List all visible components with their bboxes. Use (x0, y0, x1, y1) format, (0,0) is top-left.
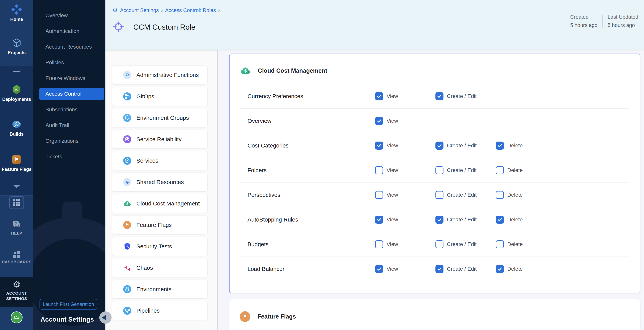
create-edit-checkbox[interactable] (436, 92, 444, 100)
resource-card-services[interactable]: Services (112, 151, 208, 170)
permission-checkbox-label: Create / Edit (447, 142, 477, 149)
permission-row-currency-preferences: Currency PreferencesViewCreate / Edit (240, 84, 629, 108)
sidebar-item-audit-trail[interactable]: Audit Trail (33, 117, 106, 133)
sidebar-item-overview[interactable]: Overview (33, 8, 106, 23)
permission-row-label: Overview (248, 118, 375, 124)
svg-text:?: ? (15, 222, 17, 226)
sidebar-collapse-handle[interactable] (99, 311, 112, 324)
last-updated-label: Last Updated (608, 14, 638, 20)
rail-item-dashboards[interactable]: DASHBOARDS (0, 251, 33, 264)
svg-text:$: $ (244, 68, 247, 73)
permission-row-overview: OverviewView (240, 108, 629, 133)
rail-item-projects[interactable]: Projects (0, 38, 33, 55)
delete-checkbox[interactable] (496, 191, 504, 199)
sidebar-item-policies[interactable]: Policies (33, 55, 106, 70)
rail-item-feature-flags[interactable]: ⚑ Feature Flags (0, 154, 33, 172)
view-checkbox[interactable] (375, 92, 383, 100)
permission-row-label: Folders (248, 167, 375, 174)
sidebar-item-organizations[interactable]: Organizations (33, 133, 106, 149)
permission-row-label: Cost Categories (248, 142, 375, 149)
view-checkbox[interactable] (375, 166, 383, 174)
permission-row-autostopping-rules: AutoStopping RulesViewCreate / EditDelet… (240, 207, 629, 232)
ccm-permissions-card: $ Cloud Cost Management Currency Prefere… (229, 54, 640, 293)
permission-cell: View (375, 92, 436, 100)
sidebar-item-tickets[interactable]: Tickets (33, 149, 106, 164)
resource-card-administrative-functions[interactable]: ⚙Administrative Functions (112, 66, 208, 84)
sidebar-item-account-resources[interactable]: Account Resources (33, 39, 106, 55)
sidebar-item-subscriptions[interactable]: Subscriptions (33, 102, 106, 117)
view-checkbox[interactable] (375, 216, 383, 224)
created-value: 5 hours ago (570, 22, 598, 28)
rail-item-help[interactable]: ? HELP (0, 220, 33, 236)
resource-card-chaos[interactable]: Chaos (112, 258, 208, 277)
rail-item-profile[interactable]: CJ (0, 311, 33, 323)
permission-cell: Delete (496, 166, 556, 174)
permission-checkbox-label: Create / Edit (447, 192, 477, 198)
dashboards-icon (13, 251, 20, 258)
breadcrumb-account-settings[interactable]: Account Settings (120, 8, 159, 13)
resource-card-feature-flags[interactable]: ⚑Feature Flags (112, 216, 208, 234)
resource-card-label: Cloud Cost Management (136, 200, 200, 207)
chaos-icon (123, 264, 131, 272)
sidebar-item-freeze-windows[interactable]: Freeze Windows (33, 70, 106, 86)
delete-checkbox[interactable] (496, 216, 504, 224)
delete-checkbox[interactable] (496, 240, 504, 248)
security-icon (123, 242, 131, 250)
rail-item-home[interactable]: Home (0, 4, 33, 22)
resource-card-shared-resources[interactable]: ◈Shared Resources (112, 173, 208, 191)
resource-card-label: Security Tests (136, 243, 172, 250)
resource-card-gitops[interactable]: GitOps (112, 87, 208, 106)
module-picker-button[interactable] (9, 196, 24, 209)
create-edit-checkbox[interactable] (436, 191, 444, 199)
resource-card-pipelines[interactable]: Pipelines (112, 301, 208, 320)
resource-card-service-reliability[interactable]: Service Reliability (112, 130, 208, 148)
create-edit-checkbox[interactable] (436, 240, 444, 248)
sidebar-item-access-control[interactable]: Access Control (39, 88, 104, 100)
permission-cell: View (375, 141, 436, 149)
view-checkbox[interactable] (375, 240, 383, 248)
gitops-icon (123, 92, 131, 100)
rail-item-deployments[interactable]: ∞ Deployments (0, 84, 33, 102)
launch-first-generation-button[interactable]: Launch First Generation (40, 299, 97, 309)
help-chat-icon: ? (12, 220, 22, 229)
create-edit-checkbox[interactable] (436, 265, 444, 273)
view-checkbox[interactable] (375, 117, 383, 125)
module-rail: Home Projects ∞ De (0, 0, 33, 330)
reliability-icon (123, 135, 131, 143)
create-edit-checkbox[interactable] (436, 216, 444, 224)
delete-checkbox[interactable] (496, 141, 504, 149)
resource-card-label: Shared Resources (136, 179, 184, 185)
sidebar-item-authentication[interactable]: Authentication (33, 23, 106, 39)
permission-row-label: Budgets (248, 241, 375, 248)
resource-card-environment-groups[interactable]: Environment Groups (112, 108, 208, 127)
view-checkbox[interactable] (375, 191, 383, 199)
create-edit-checkbox[interactable] (436, 166, 444, 174)
settings-gear-icon: ⚙ (112, 7, 118, 13)
resource-card-environments[interactable]: Environments (112, 280, 208, 298)
rail-item-builds[interactable]: Builds (0, 119, 33, 137)
delete-checkbox[interactable] (496, 265, 504, 273)
view-checkbox[interactable] (375, 265, 383, 273)
breadcrumb-access-control-roles[interactable]: Access Control: Roles (165, 8, 216, 13)
rail-item-account-settings[interactable]: ⚙ ACCOUNT SETTINGS (0, 280, 33, 301)
view-checkbox[interactable] (375, 141, 383, 149)
sidebar-panel-title: Account Settings (40, 316, 94, 323)
svg-text:$: $ (126, 202, 128, 206)
resource-card-security-tests[interactable]: Security Tests (112, 237, 208, 256)
ccm-icon: $ (123, 200, 131, 208)
section-title: Cloud Cost Management (258, 67, 327, 74)
create-edit-checkbox[interactable] (436, 141, 444, 149)
permission-cell: View (375, 166, 436, 174)
permission-cell: Create / Edit (436, 141, 496, 149)
envgroups-icon (123, 114, 131, 122)
delete-checkbox[interactable] (496, 166, 504, 174)
resource-card-cloud-cost-management[interactable]: $Cloud Cost Management (112, 194, 208, 213)
permission-row-perspectives: PerspectivesViewCreate / EditDelete (240, 183, 629, 207)
role-crosshair-icon (112, 21, 124, 34)
page-title: CCM Custom Role (133, 23, 196, 31)
user-avatar[interactable]: CJ (11, 311, 22, 323)
resource-card-label: Service Reliability (136, 136, 182, 142)
chevron-down-icon[interactable] (13, 185, 20, 188)
resource-card-label: Feature Flags (136, 222, 172, 228)
svg-text:∞: ∞ (15, 86, 18, 92)
